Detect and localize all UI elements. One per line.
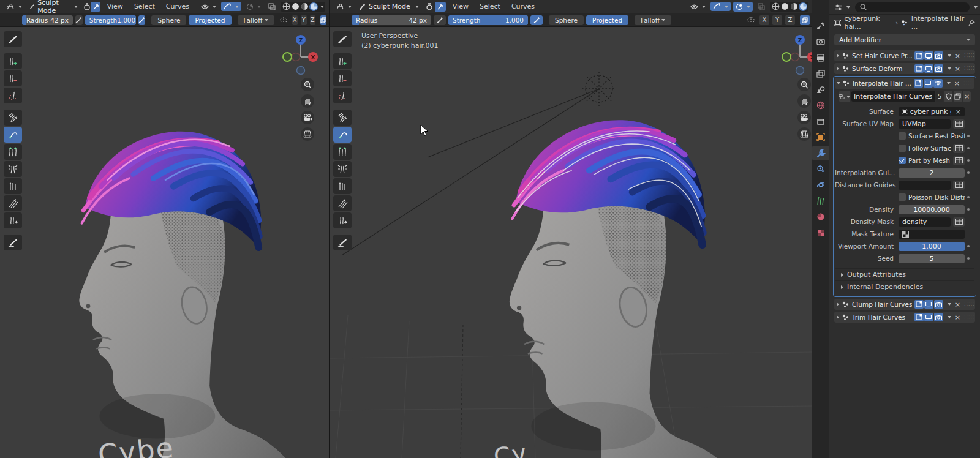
remove-modifier-icon[interactable]: × [954,301,962,309]
pin-icon[interactable] [968,19,975,27]
render-toggle-icon[interactable] [934,51,943,60]
subpanel-internal-dependencies[interactable]: Internal Dependencies [835,280,974,293]
grow-shrink-tool-button[interactable] [333,144,352,160]
selection-paint-tool-button[interactable] [4,31,22,47]
drag-handle[interactable]: ·········· [963,80,972,86]
tilt-toggle-icon[interactable] [435,2,446,12]
surface-uv-map-field[interactable]: UVMap [899,119,951,129]
fake-user-button[interactable] [944,91,952,102]
gizmos-dropdown[interactable] [244,2,263,12]
pan-hand-icon[interactable] [797,94,811,108]
grow-shrink-tool-button[interactable] [4,144,22,160]
node-group-users-count[interactable]: 5 [936,91,943,102]
comb-tool-button[interactable] [4,110,22,126]
modifier-row[interactable]: Interpolate Hair ... × ·········· [835,78,974,89]
tab-tool[interactable] [812,18,829,33]
overlays-dropdown[interactable] [710,2,731,11]
radius-slider[interactable]: Radius42 px [22,15,73,25]
tab-object[interactable] [812,130,829,145]
render-toggle-icon[interactable] [934,313,943,321]
drag-handle[interactable]: ·········· [964,314,973,320]
visibility-dropdown[interactable] [198,2,219,11]
slide-tool-button[interactable] [333,212,352,228]
shading-material-icon[interactable] [790,2,798,11]
copy-symmetry-icon[interactable] [800,15,810,25]
expand-icon[interactable] [837,67,839,70]
realtime-toggle-icon[interactable] [924,51,933,60]
seed-field[interactable]: 5 [899,254,965,263]
density-tool-button[interactable] [4,88,22,103]
snake-hook-tool-button[interactable] [333,127,352,143]
shading-rendered-icon[interactable] [799,2,807,11]
projected-button[interactable]: Projected [586,15,628,25]
strength-slider[interactable]: Strength1.000 [448,15,528,25]
rotation-toggle-icon[interactable] [83,2,91,12]
drag-handle[interactable]: ·········· [964,53,973,59]
symmetry-y-toggle[interactable]: Y [772,15,782,25]
realtime-toggle-icon[interactable] [924,79,933,88]
modifier-extras-icon[interactable] [948,67,951,70]
mode-selector[interactable]: Sculpt Mode [356,1,421,12]
modifier-row[interactable]: Trim Hair Curves × ·········· [834,312,975,323]
distance-to-guides-field[interactable] [899,181,951,190]
tab-scene[interactable] [812,82,829,97]
tab-texture[interactable] [812,225,829,240]
breadcrumb-object[interactable]: cyberpunk hai... [844,15,892,31]
node-group-name-field[interactable]: Interpolate Hair Curves [851,91,935,102]
selection-paint-tool-button[interactable] [333,31,352,47]
decorator-dot[interactable] [967,245,970,247]
symmetry-x-toggle[interactable]: X [760,15,769,25]
attribute-input-icon[interactable] [953,119,965,129]
menu-select[interactable]: Select [130,1,159,12]
attribute-input-icon[interactable] [953,156,965,165]
puff-tool-button[interactable] [4,178,22,194]
pen-tool-button[interactable] [4,235,22,250]
add-modifier-button[interactable]: Add Modifier [834,34,975,45]
edit-mode-toggle-icon[interactable] [914,79,923,88]
clear-icon[interactable]: × [953,108,961,116]
shading-wireframe-icon[interactable] [771,2,780,11]
tab-world[interactable] [812,98,829,113]
add-tool-button[interactable] [333,53,352,69]
tab-material[interactable] [812,209,829,224]
viewport-canvas[interactable]: Cybe Z X [0,28,329,458]
tab-physics[interactable] [812,178,829,192]
overlays-dropdown[interactable] [221,2,241,11]
visibility-dropdown[interactable] [688,2,708,11]
part-by-mesh-islands-checkbox[interactable] [899,157,906,164]
smooth-tool-button[interactable] [4,195,22,211]
properties-search-input[interactable] [855,2,970,12]
radius-pressure-button[interactable] [434,15,446,25]
shading-solid-icon[interactable] [780,2,789,11]
modifier-row[interactable]: Clump Hair Curves × ·········· [834,299,975,310]
poisson-disk-checkbox[interactable] [899,193,906,201]
duplicate-button[interactable] [954,91,962,102]
viewport-amount-slider[interactable]: 1.000 [899,242,965,251]
render-toggle-icon[interactable] [933,79,943,88]
add-tool-button[interactable] [4,53,22,69]
collapse-icon[interactable] [837,82,840,84]
remove-modifier-icon[interactable]: × [954,65,962,73]
shading-rendered-icon[interactable] [309,2,318,11]
density-tool-button[interactable] [333,88,352,103]
tab-render[interactable] [812,34,829,49]
pinch-tool-button[interactable] [333,161,352,177]
xray-toggle[interactable] [755,2,767,12]
attribute-input-icon[interactable] [953,217,965,227]
menu-select[interactable]: Select [475,1,505,12]
unlink-button[interactable]: × [963,91,971,102]
menu-curves[interactable]: Curves [507,1,539,12]
shading-wireframe-icon[interactable] [282,2,290,11]
tab-particles[interactable] [812,162,829,176]
zoom-icon[interactable] [301,78,314,91]
perspective-toggle-icon[interactable] [797,127,811,141]
camera-view-icon[interactable] [301,111,314,124]
subpanel-output-attributes[interactable]: Output Attributes [835,268,974,280]
surface-rest-position-checkbox[interactable] [899,132,906,140]
copy-symmetry-icon[interactable] [320,15,326,25]
breadcrumb-modifier[interactable]: Interpolate Hair ... [911,15,966,31]
modifier-extras-icon[interactable] [948,316,951,318]
edit-mode-toggle-icon[interactable] [914,313,924,321]
radius-pressure-button[interactable] [75,15,83,25]
delete-tool-button[interactable] [333,70,352,86]
